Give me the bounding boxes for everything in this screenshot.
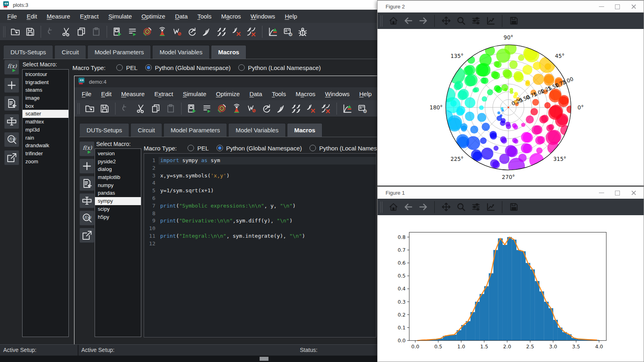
menu-help[interactable]: Help bbox=[354, 88, 376, 99]
paste-button[interactable] bbox=[164, 102, 178, 115]
code-editor[interactable]: 123456789101112 import sympy as symx,y=s… bbox=[144, 153, 376, 337]
list-item-pandas[interactable]: pandas bbox=[95, 189, 141, 197]
menu-measure[interactable]: Measure bbox=[116, 88, 149, 99]
list-item-tricontour[interactable]: tricontour bbox=[23, 70, 68, 78]
menu-macros[interactable]: Macros bbox=[291, 88, 320, 99]
minimize-button[interactable] bbox=[599, 4, 604, 10]
close-button[interactable] bbox=[631, 190, 636, 196]
run-list-button[interactable] bbox=[126, 25, 139, 39]
menu-optimize[interactable]: Optimize bbox=[211, 88, 245, 99]
plot-settings-button[interactable]: ⚙ bbox=[355, 102, 369, 115]
list-item-h5py[interactable]: h5py bbox=[95, 213, 141, 221]
fx-run-button[interactable]: f(x) bbox=[4, 60, 19, 75]
close-button[interactable] bbox=[631, 4, 636, 10]
tab-duts-setups[interactable]: DUTs-Setups bbox=[79, 123, 129, 137]
import-doc-button[interactable] bbox=[4, 96, 19, 111]
add-macro-button[interactable] bbox=[79, 158, 95, 174]
tab-model-parameters[interactable]: Model Parameters bbox=[87, 45, 151, 59]
antenna-button[interactable] bbox=[230, 102, 244, 115]
resize-width-button[interactable] bbox=[79, 193, 95, 208]
undo-button[interactable] bbox=[45, 25, 58, 39]
curves-delete-button[interactable] bbox=[245, 25, 258, 39]
back-button[interactable] bbox=[402, 201, 414, 213]
plot-settings-button[interactable]: ⚙ bbox=[281, 25, 295, 39]
resize-width-button[interactable] bbox=[4, 114, 19, 129]
menu-extract[interactable]: Extract bbox=[75, 11, 103, 22]
list-item-steams[interactable]: steams bbox=[23, 86, 68, 94]
subplots-button[interactable] bbox=[470, 201, 482, 213]
tab-model-variables[interactable]: Model Variables bbox=[228, 123, 285, 137]
curves-copy-button[interactable] bbox=[215, 25, 229, 39]
list-item-zoom[interactable]: zoom bbox=[23, 158, 68, 166]
home-button[interactable] bbox=[387, 15, 399, 27]
forward-button[interactable] bbox=[417, 15, 429, 27]
tab-model-variables[interactable]: Model Variables bbox=[152, 45, 209, 59]
debug-button[interactable] bbox=[296, 25, 310, 39]
list-item-mpl3d[interactable]: mpl3d bbox=[23, 126, 68, 134]
maximize-button[interactable] bbox=[615, 4, 620, 10]
pan-button[interactable] bbox=[440, 201, 452, 213]
menu-windows[interactable]: Windows bbox=[246, 11, 280, 22]
menu-macros[interactable]: Macros bbox=[216, 11, 246, 22]
cut-button[interactable] bbox=[134, 102, 148, 115]
home-button[interactable] bbox=[387, 201, 399, 213]
undo-button[interactable] bbox=[119, 102, 133, 115]
figure1-titlebar[interactable]: Figure 1 bbox=[378, 187, 644, 199]
list-item-scatter[interactable]: scatter bbox=[23, 110, 68, 118]
plot-export-button[interactable] bbox=[341, 102, 354, 115]
run-panel-button[interactable] bbox=[111, 25, 124, 39]
tab-circuit[interactable]: Circuit bbox=[130, 123, 162, 137]
save-figure-button[interactable] bbox=[508, 201, 520, 213]
menu-edit[interactable]: Edit bbox=[96, 88, 116, 99]
tab-circuit[interactable]: Circuit bbox=[54, 45, 86, 59]
tab-duts-setups[interactable]: DUTs-Setups bbox=[3, 45, 53, 59]
list-item-mathtex[interactable]: mathtex bbox=[23, 118, 68, 126]
back-button[interactable] bbox=[402, 15, 414, 27]
list-item-trifinder[interactable]: trifinder bbox=[23, 150, 68, 158]
menu-windows[interactable]: Windows bbox=[320, 88, 355, 99]
menu-tools[interactable]: Tools bbox=[267, 88, 291, 99]
axes-edit-button[interactable] bbox=[485, 15, 497, 27]
save-button[interactable] bbox=[23, 25, 37, 39]
save-button[interactable] bbox=[98, 102, 111, 115]
fx-run-button[interactable]: f(x) bbox=[79, 141, 95, 156]
list-item-scipy[interactable]: scipy bbox=[95, 205, 141, 213]
zoom-rect-button[interactable] bbox=[455, 201, 467, 213]
radio-python-local-namespace[interactable]: Python (Local Namespace) bbox=[234, 64, 321, 71]
tab-macros[interactable]: Macros bbox=[287, 123, 323, 137]
fx-search-button[interactable]: f(x) bbox=[79, 210, 95, 226]
radio-python-global-namespace[interactable]: Python (Global Namespace) bbox=[213, 145, 302, 152]
open-external-button[interactable] bbox=[4, 150, 19, 165]
cut-button[interactable] bbox=[60, 25, 73, 39]
open-button[interactable] bbox=[8, 25, 22, 39]
radio-pel[interactable]: PEL bbox=[184, 145, 208, 152]
curve-delete-button[interactable] bbox=[304, 102, 318, 115]
tab-macros[interactable]: Macros bbox=[211, 45, 247, 59]
list-item-drandwalk[interactable]: drandwalk bbox=[23, 142, 68, 150]
maximize-button[interactable] bbox=[615, 190, 620, 196]
menu-file[interactable]: File bbox=[2, 11, 22, 22]
curve-import-button[interactable] bbox=[275, 102, 288, 115]
list-item-box[interactable]: box bbox=[23, 102, 68, 110]
target-button[interactable] bbox=[140, 25, 154, 39]
curves-delete-button[interactable] bbox=[319, 102, 333, 115]
refresh-button[interactable] bbox=[185, 25, 199, 39]
list-item-pyside2[interactable]: pyside2 bbox=[95, 158, 141, 166]
figure2-canvas[interactable]: 0.250.500.751.001.251.501.752.000°45°90°… bbox=[378, 29, 644, 185]
figure2-titlebar[interactable]: Figure 2 bbox=[378, 0, 644, 12]
figure1-canvas[interactable]: 0.00.51.01.52.02.53.03.54.00.00.10.20.30… bbox=[378, 215, 644, 362]
copy-button[interactable] bbox=[74, 25, 88, 39]
menu-file[interactable]: File bbox=[77, 88, 96, 99]
list-item-dialog[interactable]: dialog bbox=[95, 165, 141, 173]
radio-pel[interactable]: PEL bbox=[112, 64, 137, 71]
menu-simulate[interactable]: Simulate bbox=[103, 11, 136, 22]
import-doc-button[interactable] bbox=[79, 176, 95, 191]
list-item-sympy[interactable]: sympy bbox=[95, 197, 141, 205]
scrollbar-handle[interactable] bbox=[260, 357, 268, 361]
minimize-button[interactable] bbox=[599, 190, 604, 196]
copy-button[interactable] bbox=[149, 102, 163, 115]
menu-tools[interactable]: Tools bbox=[192, 11, 216, 22]
open-external-button[interactable] bbox=[79, 228, 95, 243]
list-item-image[interactable]: image bbox=[23, 94, 68, 102]
run-list-button[interactable] bbox=[200, 102, 214, 115]
